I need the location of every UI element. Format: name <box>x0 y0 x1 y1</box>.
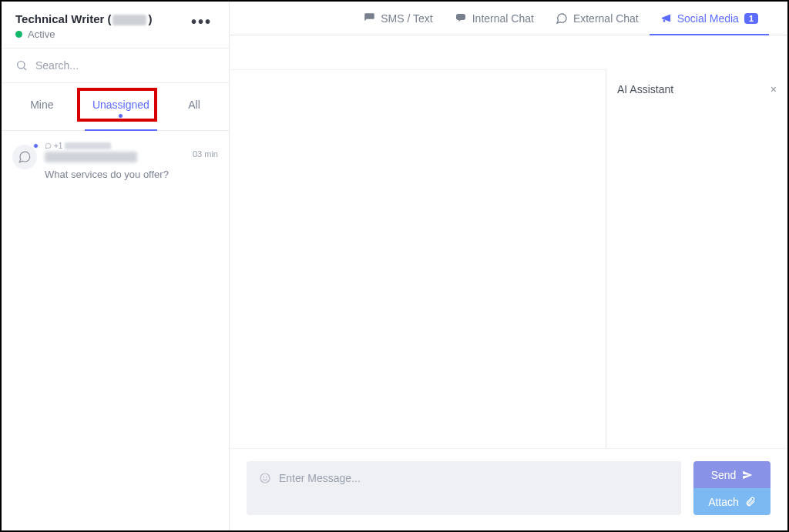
ai-panel-close-button[interactable]: × <box>771 83 777 95</box>
chat-area <box>230 35 606 448</box>
search-row[interactable] <box>2 49 229 83</box>
redacted-username <box>112 15 146 25</box>
filter-tab-all[interactable]: All <box>180 95 208 130</box>
svg-point-3 <box>264 477 264 477</box>
attach-icon <box>745 497 756 507</box>
more-menu-button[interactable]: ••• <box>188 12 215 31</box>
attach-button-label: Attach <box>708 496 739 508</box>
channel-tab-social[interactable]: Social Media 1 <box>650 2 769 35</box>
ai-panel-title: AI Assistant <box>617 83 673 95</box>
phone-small-icon <box>45 142 52 149</box>
ai-assistant-panel: AI Assistant × <box>606 69 787 448</box>
search-icon <box>15 59 28 72</box>
filter-tab-all-label: All <box>188 99 200 111</box>
user-title: Technical Writer () <box>15 12 188 25</box>
redacted-contact-name <box>45 152 137 162</box>
conversation-item[interactable]: +1 What services do you offer? 03 min <box>2 131 229 191</box>
status-text: Active <box>28 28 55 40</box>
channel-tab-external[interactable]: External Chat <box>545 2 650 35</box>
message-input[interactable] <box>279 472 669 497</box>
filter-tabs: Mine Unassigned All <box>2 83 229 131</box>
chat-icon <box>455 12 467 25</box>
channel-tabs: SMS / Text Internal Chat External Chat S… <box>230 2 787 35</box>
redacted-phone <box>65 142 111 149</box>
filter-tab-unassigned[interactable]: Unassigned <box>85 95 157 130</box>
channel-tab-external-label: External Chat <box>573 12 639 25</box>
status-dot-icon <box>15 31 22 38</box>
user-title-suffix: ) <box>148 12 152 25</box>
channel-tab-internal-label: Internal Chat <box>472 12 534 25</box>
chat-body <box>230 69 606 448</box>
send-button[interactable]: Send <box>693 461 771 488</box>
conversation-phone-prefix: +1 <box>54 142 62 150</box>
message-box[interactable] <box>247 461 681 515</box>
svg-line-1 <box>24 68 26 70</box>
user-title-block: Technical Writer () Active <box>15 12 188 40</box>
user-title-prefix: Technical Writer ( <box>15 12 111 25</box>
filter-tab-mine-label: Mine <box>30 99 53 111</box>
send-button-label: Send <box>711 469 737 481</box>
channel-tab-sms[interactable]: SMS / Text <box>353 2 443 35</box>
conversation-main: +1 What services do you offer? <box>45 142 185 180</box>
whatsapp-icon <box>18 150 32 164</box>
external-chat-icon <box>556 12 568 25</box>
status-row: Active <box>15 28 188 40</box>
main-area: SMS / Text Internal Chat External Chat S… <box>230 2 787 530</box>
send-icon <box>742 470 753 480</box>
emoji-icon[interactable] <box>259 472 271 487</box>
sidebar-header: Technical Writer () Active ••• <box>2 2 229 49</box>
unread-badge-dot <box>33 143 39 149</box>
tab-underline <box>85 129 157 131</box>
ai-panel-header: AI Assistant × <box>617 83 777 95</box>
search-input[interactable] <box>35 59 215 72</box>
unread-dot-icon <box>119 114 123 118</box>
composer-buttons: Send Attach <box>693 461 771 515</box>
filter-tab-mine[interactable]: Mine <box>22 95 61 130</box>
attach-button[interactable]: Attach <box>693 488 771 515</box>
sms-icon <box>364 12 375 24</box>
conversation-time: 03 min <box>193 149 218 180</box>
social-badge: 1 <box>744 13 758 24</box>
channel-tab-social-label: Social Media <box>677 12 739 25</box>
composer-row: Send Attach <box>230 448 787 530</box>
channel-tab-internal[interactable]: Internal Chat <box>444 2 545 35</box>
svg-point-2 <box>260 473 270 483</box>
conversation-channel-icon-wrap <box>12 145 37 169</box>
channel-tab-sms-label: SMS / Text <box>381 12 432 25</box>
conversation-phone-line: +1 <box>45 142 185 150</box>
filter-tab-unassigned-label: Unassigned <box>92 99 149 111</box>
sidebar: Technical Writer () Active ••• Mine Unas… <box>2 2 230 530</box>
conversation-preview: What services do you offer? <box>45 169 185 180</box>
svg-point-0 <box>18 62 25 69</box>
conversation-list: +1 What services do you offer? 03 min <box>2 131 229 530</box>
svg-point-4 <box>267 477 267 477</box>
content-row: AI Assistant × <box>230 35 787 448</box>
megaphone-icon <box>660 12 672 24</box>
